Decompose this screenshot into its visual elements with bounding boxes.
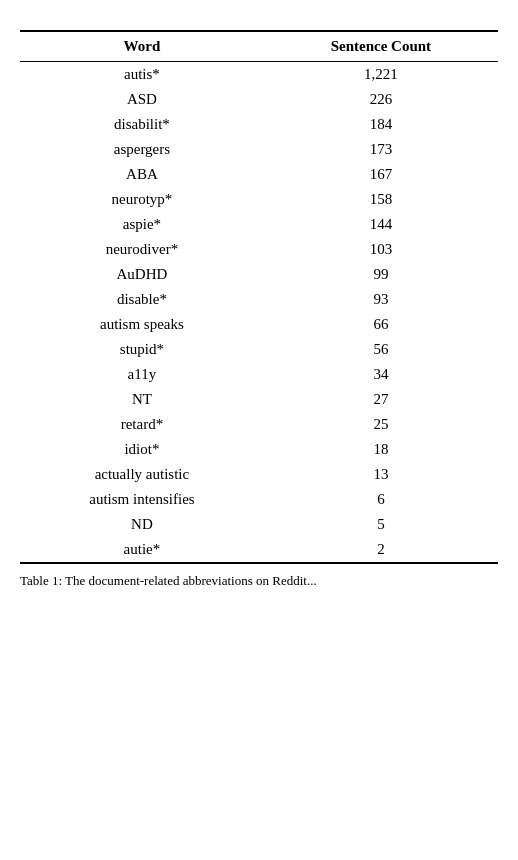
table-row: autis*1,221 — [20, 62, 498, 88]
cell-count: 18 — [264, 437, 498, 462]
cell-count: 6 — [264, 487, 498, 512]
cell-word: aspie* — [20, 212, 264, 237]
cell-word: disabilit* — [20, 112, 264, 137]
cell-word: autism intensifies — [20, 487, 264, 512]
cell-word: neurodiver* — [20, 237, 264, 262]
cell-count: 25 — [264, 412, 498, 437]
table-row: AuDHD99 — [20, 262, 498, 287]
cell-word: stupid* — [20, 337, 264, 362]
cell-word: neurotyp* — [20, 187, 264, 212]
table-row: idiot*18 — [20, 437, 498, 462]
cell-count: 158 — [264, 187, 498, 212]
cell-count: 226 — [264, 87, 498, 112]
cell-word: NT — [20, 387, 264, 412]
table-row: autism intensifies6 — [20, 487, 498, 512]
cell-count: 1,221 — [264, 62, 498, 88]
table-row: ND5 — [20, 512, 498, 537]
table-row: ASD226 — [20, 87, 498, 112]
table-row: a11y34 — [20, 362, 498, 387]
table-row: disable*93 — [20, 287, 498, 312]
cell-word: ASD — [20, 87, 264, 112]
table-row: ABA167 — [20, 162, 498, 187]
cell-count: 5 — [264, 512, 498, 537]
table-row: NT27 — [20, 387, 498, 412]
cell-word: a11y — [20, 362, 264, 387]
column-header-word: Word — [20, 31, 264, 62]
table-caption: Table 1: The document-related abbreviati… — [20, 572, 498, 590]
cell-word: AuDHD — [20, 262, 264, 287]
cell-word: actually autistic — [20, 462, 264, 487]
cell-word: autie* — [20, 537, 264, 563]
cell-count: 2 — [264, 537, 498, 563]
table-row: disabilit*184 — [20, 112, 498, 137]
table-container: Word Sentence Count autis*1,221ASD226dis… — [20, 30, 498, 590]
cell-word: idiot* — [20, 437, 264, 462]
cell-count: 56 — [264, 337, 498, 362]
table-header-row: Word Sentence Count — [20, 31, 498, 62]
cell-word: retard* — [20, 412, 264, 437]
table-row: neurodiver*103 — [20, 237, 498, 262]
data-table: Word Sentence Count autis*1,221ASD226dis… — [20, 30, 498, 564]
table-row: aspergers173 — [20, 137, 498, 162]
cell-count: 167 — [264, 162, 498, 187]
cell-count: 34 — [264, 362, 498, 387]
cell-count: 173 — [264, 137, 498, 162]
cell-count: 13 — [264, 462, 498, 487]
cell-word: autism speaks — [20, 312, 264, 337]
cell-count: 93 — [264, 287, 498, 312]
table-row: retard*25 — [20, 412, 498, 437]
cell-word: aspergers — [20, 137, 264, 162]
cell-word: disable* — [20, 287, 264, 312]
cell-count: 27 — [264, 387, 498, 412]
cell-count: 66 — [264, 312, 498, 337]
table-row: autism speaks66 — [20, 312, 498, 337]
table-row: autie*2 — [20, 537, 498, 563]
cell-word: ND — [20, 512, 264, 537]
cell-word: autis* — [20, 62, 264, 88]
cell-count: 184 — [264, 112, 498, 137]
table-row: aspie*144 — [20, 212, 498, 237]
column-header-sentence-count: Sentence Count — [264, 31, 498, 62]
cell-count: 103 — [264, 237, 498, 262]
table-row: neurotyp*158 — [20, 187, 498, 212]
cell-count: 99 — [264, 262, 498, 287]
table-row: stupid*56 — [20, 337, 498, 362]
table-row: actually autistic13 — [20, 462, 498, 487]
cell-count: 144 — [264, 212, 498, 237]
cell-word: ABA — [20, 162, 264, 187]
